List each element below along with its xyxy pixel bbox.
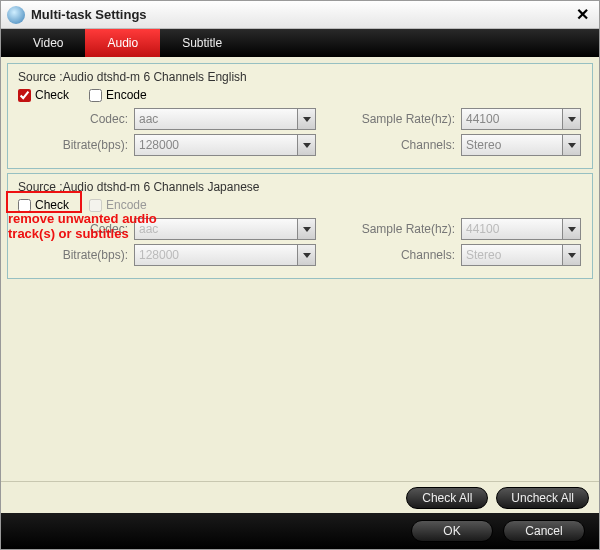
- channels-label: Channels:: [346, 138, 461, 152]
- tab-audio[interactable]: Audio: [85, 29, 160, 57]
- chevron-down-icon[interactable]: [297, 219, 315, 239]
- bitrate-label: Bitrate(bps):: [16, 138, 134, 152]
- window-title: Multi-task Settings: [31, 7, 147, 22]
- source-line: Source :Audio dtshd-m 6 Channels Japanes…: [18, 180, 584, 194]
- footer-okcancel: OK Cancel: [1, 513, 599, 549]
- bitrate-value: 128000: [139, 248, 179, 262]
- chevron-down-icon[interactable]: [562, 219, 580, 239]
- close-icon[interactable]: ✕: [572, 5, 593, 24]
- channels-value: Stereo: [466, 138, 501, 152]
- samplerate-value: 44100: [466, 222, 499, 236]
- channels-label: Channels:: [346, 248, 461, 262]
- encode-label: Encode: [106, 198, 147, 212]
- tab-subtitle[interactable]: Subtitle: [160, 29, 244, 57]
- chevron-down-icon[interactable]: [562, 135, 580, 155]
- check-checkbox[interactable]: Check: [18, 88, 69, 102]
- samplerate-combo[interactable]: 44100: [461, 218, 581, 240]
- samplerate-value: 44100: [466, 112, 499, 126]
- bitrate-combo[interactable]: 128000: [134, 244, 316, 266]
- codec-label: Codec:: [16, 112, 134, 126]
- content-area: Source :Audio dtshd-m 6 Channels English…: [1, 57, 599, 481]
- annotation-highlight: [6, 191, 82, 213]
- codec-value: aac: [139, 112, 158, 126]
- footer-checkall: Check All Uncheck All: [1, 481, 599, 513]
- samplerate-label: Sample Rate(hz):: [346, 112, 461, 126]
- uncheck-all-button[interactable]: Uncheck All: [496, 487, 589, 509]
- audio-track-group: Source :Audio dtshd-m 6 Channels English…: [7, 63, 593, 169]
- codec-combo[interactable]: aac: [134, 108, 316, 130]
- channels-combo[interactable]: Stereo: [461, 134, 581, 156]
- audio-track-group: Source :Audio dtshd-m 6 Channels Japanes…: [7, 173, 593, 279]
- samplerate-combo[interactable]: 44100: [461, 108, 581, 130]
- channels-combo[interactable]: Stereo: [461, 244, 581, 266]
- encode-input: [89, 199, 102, 212]
- bitrate-label: Bitrate(bps):: [16, 248, 134, 262]
- channels-value: Stereo: [466, 248, 501, 262]
- tab-video[interactable]: Video: [11, 29, 85, 57]
- chevron-down-icon[interactable]: [297, 135, 315, 155]
- chevron-down-icon[interactable]: [562, 109, 580, 129]
- encode-checkbox: Encode: [89, 198, 147, 212]
- settings-window: Multi-task Settings ✕ Video Audio Subtit…: [0, 0, 600, 550]
- source-line: Source :Audio dtshd-m 6 Channels English: [18, 70, 584, 84]
- encode-label: Encode: [106, 88, 147, 102]
- encode-checkbox[interactable]: Encode: [89, 88, 147, 102]
- app-icon: [7, 6, 25, 24]
- check-input[interactable]: [18, 89, 31, 102]
- cancel-button[interactable]: Cancel: [503, 520, 585, 542]
- chevron-down-icon[interactable]: [297, 109, 315, 129]
- chevron-down-icon[interactable]: [297, 245, 315, 265]
- tab-bar: Video Audio Subtitle: [1, 29, 599, 57]
- check-all-button[interactable]: Check All: [406, 487, 488, 509]
- check-label: Check: [35, 88, 69, 102]
- titlebar: Multi-task Settings ✕: [1, 1, 599, 29]
- bitrate-value: 128000: [139, 138, 179, 152]
- ok-button[interactable]: OK: [411, 520, 493, 542]
- bitrate-combo[interactable]: 128000: [134, 134, 316, 156]
- annotation-text: remove unwanted audio track(s) or subtit…: [8, 212, 178, 242]
- chevron-down-icon[interactable]: [562, 245, 580, 265]
- samplerate-label: Sample Rate(hz):: [346, 222, 461, 236]
- encode-input[interactable]: [89, 89, 102, 102]
